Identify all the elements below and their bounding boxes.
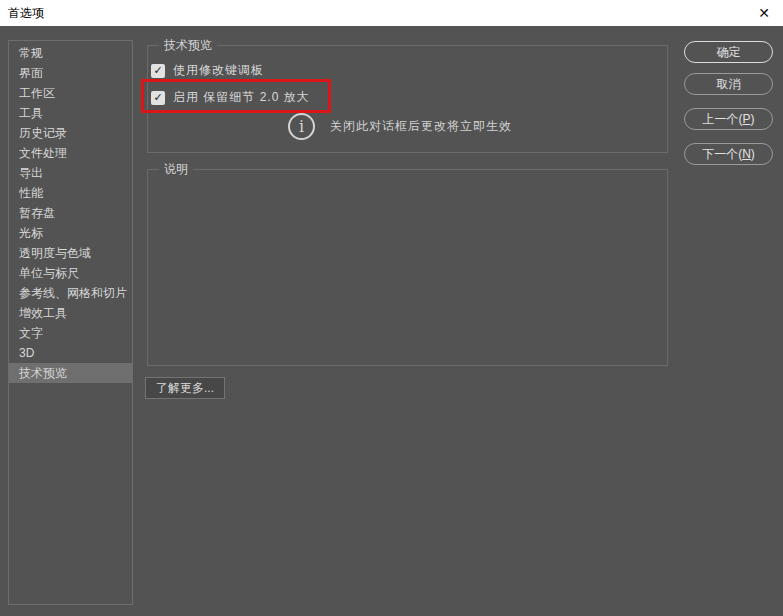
- description-groupbox: 说明: [147, 169, 668, 366]
- info-row: i 关闭此对话框后更改将立即生效: [288, 113, 512, 140]
- sidebar-item-interface[interactable]: 界面: [9, 63, 132, 83]
- close-icon[interactable]: ✕: [745, 0, 783, 26]
- next-button-label-post: ): [751, 147, 755, 161]
- sidebar-item-technology-previews[interactable]: 技术预览: [9, 363, 132, 383]
- preserve-details-checkbox-label: 启用 保留细节 2.0 放大: [173, 89, 310, 106]
- info-icon: i: [288, 113, 315, 140]
- modifier-keys-checkbox-label: 使用修改键调板: [173, 62, 264, 79]
- next-button[interactable]: 下一个(N): [684, 143, 773, 165]
- dialog-title: 首选项: [8, 5, 44, 22]
- preferences-nav-list: 常规 界面 工作区 工具 历史记录 文件处理 导出 性能 暂存盘 光标 透明度与…: [8, 40, 133, 605]
- sidebar-item-tools[interactable]: 工具: [9, 103, 132, 123]
- sidebar-item-guides-grid-slices[interactable]: 参考线、网格和切片: [9, 283, 132, 303]
- sidebar-item-transparency-gamut[interactable]: 透明度与色域: [9, 243, 132, 263]
- ok-button-label: 确定: [717, 44, 741, 61]
- preserve-details-checkbox[interactable]: ✓: [151, 91, 165, 105]
- preserve-details-checkbox-row: ✓ 启用 保留细节 2.0 放大: [151, 89, 310, 106]
- ok-button[interactable]: 确定: [684, 41, 773, 63]
- prev-button-access-key: P: [742, 112, 750, 126]
- sidebar-item-type[interactable]: 文字: [9, 323, 132, 343]
- modifier-keys-checkbox[interactable]: ✓: [151, 64, 165, 78]
- prev-button[interactable]: 上一个(P): [684, 108, 773, 130]
- sidebar-item-performance[interactable]: 性能: [9, 183, 132, 203]
- prev-button-label-pre: 上一个(: [702, 111, 742, 128]
- sidebar-item-plugins[interactable]: 增效工具: [9, 303, 132, 323]
- sidebar-item-export[interactable]: 导出: [9, 163, 132, 183]
- next-button-access-key: N: [742, 147, 751, 161]
- sidebar-item-general[interactable]: 常规: [9, 43, 132, 63]
- sidebar-item-3d[interactable]: 3D: [9, 343, 132, 363]
- prev-button-label-post: ): [751, 112, 755, 126]
- sidebar-item-file-handling[interactable]: 文件处理: [9, 143, 132, 163]
- modifier-keys-checkbox-row: ✓ 使用修改键调板: [151, 62, 264, 79]
- cancel-button[interactable]: 取消: [684, 73, 773, 95]
- sidebar-item-scratch-disks[interactable]: 暂存盘: [9, 203, 132, 223]
- sidebar-item-units-rulers[interactable]: 单位与标尺: [9, 263, 132, 283]
- tech-previews-group-title: 技术预览: [159, 38, 217, 53]
- sidebar-item-workspace[interactable]: 工作区: [9, 83, 132, 103]
- description-group-title: 说明: [159, 162, 193, 177]
- title-bar: 首选项 ✕: [0, 0, 783, 26]
- preferences-dialog: 首选项 ✕ 常规 界面 工作区 工具 历史记录 文件处理 导出 性能 暂存盘 光…: [0, 0, 783, 616]
- sidebar-item-history-log[interactable]: 历史记录: [9, 123, 132, 143]
- info-text: 关闭此对话框后更改将立即生效: [330, 118, 512, 135]
- sidebar-item-cursors[interactable]: 光标: [9, 223, 132, 243]
- learn-more-button[interactable]: 了解更多...: [145, 377, 225, 399]
- cancel-button-label: 取消: [717, 76, 741, 93]
- next-button-label-pre: 下一个(: [702, 146, 742, 163]
